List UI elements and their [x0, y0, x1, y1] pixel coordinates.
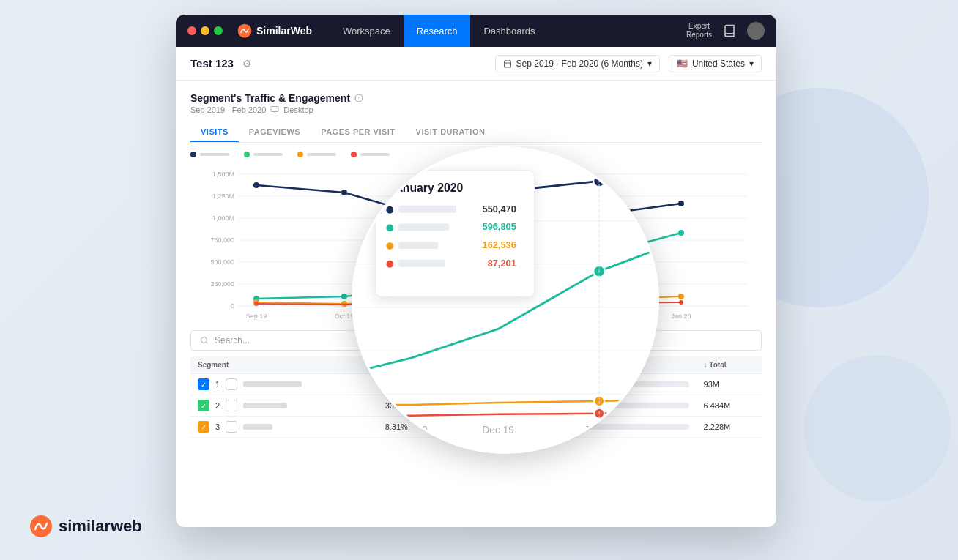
svg-point-31: [678, 201, 684, 206]
calendar-icon: [503, 59, 512, 68]
svg-text:550,470: 550,470: [483, 204, 516, 214]
svg-text:Sep 19: Sep 19: [246, 313, 267, 320]
svg-text:250,000: 250,000: [210, 280, 234, 288]
legend-bar-1: [200, 153, 229, 156]
checkbox-row3[interactable]: ✓: [198, 421, 209, 433]
nav-dashboards[interactable]: Dashboards: [470, 15, 548, 47]
legend-dot-1: [190, 152, 196, 157]
row3-label: [243, 424, 272, 430]
row1-segment: ✓ 1: [190, 374, 378, 395]
svg-rect-75: [398, 206, 456, 213]
close-button[interactable]: [187, 26, 196, 35]
nav-logo-icon: [237, 23, 252, 38]
svg-point-83: [386, 261, 393, 268]
tab-pages-per-visit[interactable]: PAGES PER VISIT: [311, 123, 405, 142]
section-title: Segment's Traffic & Engagement: [190, 92, 762, 104]
row2-label: [243, 403, 287, 408]
svg-point-74: [386, 206, 393, 214]
svg-text:1,000M: 1,000M: [212, 214, 234, 222]
row1-sub-checkbox[interactable]: [226, 378, 237, 390]
col-total: ↓ Total: [697, 356, 762, 374]
tab-visits[interactable]: VISITS: [190, 123, 239, 142]
flag-icon: 🇺🇸: [677, 59, 688, 69]
expert-reports-btn[interactable]: Expert Reports: [686, 22, 712, 40]
row2-sub-checkbox[interactable]: [226, 400, 237, 411]
svg-rect-81: [398, 242, 438, 249]
svg-point-33: [341, 294, 347, 299]
svg-text:0: 0: [231, 302, 234, 310]
svg-text:Dec 19: Dec 19: [482, 425, 514, 436]
svg-text:162,536: 162,536: [483, 239, 516, 250]
svg-rect-2: [504, 61, 510, 67]
row3-sub-checkbox[interactable]: [226, 421, 237, 433]
row2-segment: ✓ 2: [190, 395, 378, 417]
legend-bar-2: [253, 153, 283, 156]
nav-bar: SimilarWeb Workspace Research Dashboards…: [176, 15, 776, 47]
avatar-icon[interactable]: [747, 22, 765, 40]
svg-point-52: [201, 337, 207, 343]
nav-workspace[interactable]: Workspace: [330, 15, 404, 47]
nav-logo: SimilarWeb: [237, 23, 312, 38]
nav: SimilarWeb Workspace Research Dashboards…: [237, 15, 765, 47]
svg-rect-9: [271, 107, 278, 112]
legend-item-3: [297, 152, 336, 157]
zoom-chart-svg: Nov 19 Dec 19 Jan 20: [354, 149, 657, 452]
svg-point-26: [253, 182, 259, 188]
book-icon[interactable]: [721, 22, 738, 40]
svg-point-80: [386, 242, 393, 250]
row1-total: 93M: [697, 374, 762, 395]
zoom-circle: Nov 19 Dec 19 Jan 20: [352, 146, 659, 454]
chart-tabs: VISITS PAGEVIEWS PAGES PER VISIT VISIT D…: [190, 123, 762, 143]
nav-research[interactable]: Research: [404, 15, 471, 47]
svg-text:596,805: 596,805: [483, 221, 516, 232]
svg-text:Nov 19: Nov 19: [396, 425, 428, 436]
similarweb-logo-icon: [29, 515, 53, 538]
minimize-button[interactable]: [201, 26, 209, 35]
desktop-icon: [270, 105, 279, 114]
chevron-down-icon: ▾: [647, 59, 652, 69]
checkbox-row2[interactable]: ✓: [198, 400, 209, 411]
tab-pageviews[interactable]: PAGEVIEWS: [239, 123, 311, 142]
section-subtitle: Sep 2019 - Feb 2020 Desktop: [190, 105, 762, 114]
maximize-button[interactable]: [214, 26, 223, 35]
page-title: Test 123: [190, 57, 234, 70]
row1-label: [243, 381, 302, 387]
country-filter-btn[interactable]: 🇺🇸 United States ▾: [669, 55, 762, 72]
tab-visit-duration[interactable]: VISIT DURATION: [406, 123, 496, 142]
info-icon[interactable]: [354, 94, 363, 102]
col-segment: Segment: [190, 356, 378, 374]
svg-point-43: [678, 294, 684, 299]
svg-point-45: [679, 300, 683, 305]
toolbar-filters: Sep 2019 - Feb 2020 (6 Months) ▾ 🇺🇸 Unit…: [495, 55, 762, 72]
svg-text:1,500M: 1,500M: [212, 171, 234, 178]
toolbar: Test 123 ⚙ Sep 2019 - Feb 2020 (6 Months…: [176, 47, 776, 81]
svg-rect-84: [398, 260, 445, 267]
legend-item-1: [190, 152, 229, 157]
svg-text:Jan 20: Jan 20: [671, 313, 691, 320]
zoom-circle-inner: Nov 19 Dec 19 Jan 20: [354, 149, 657, 452]
search-icon: [200, 336, 209, 345]
chevron-down-icon: ▾: [749, 59, 754, 69]
nav-logo-text: SimilarWeb: [256, 25, 312, 37]
bg-decoration-circle-2: [804, 355, 951, 501]
settings-icon[interactable]: ⚙: [242, 58, 252, 70]
date-filter-btn[interactable]: Sep 2019 - Feb 2020 (6 Months) ▾: [495, 55, 660, 72]
svg-text:1,250M: 1,250M: [212, 193, 234, 200]
svg-rect-78: [398, 224, 449, 231]
row3-total: 2.228M: [697, 417, 762, 438]
svg-text:87,201: 87,201: [488, 258, 516, 269]
bottom-logo-text: similarweb: [59, 517, 142, 536]
legend-dot-2: [244, 152, 250, 157]
bottom-logo: similarweb: [29, 515, 142, 538]
row2-total: 6.484M: [697, 395, 762, 417]
traffic-lights: [187, 26, 223, 35]
svg-text:January 2020: January 2020: [390, 182, 463, 194]
svg-point-44: [254, 302, 259, 306]
svg-text:500,000: 500,000: [210, 258, 234, 266]
nav-right: Expert Reports: [686, 22, 765, 40]
svg-text:Oct 19: Oct 19: [335, 313, 354, 320]
svg-point-37: [678, 230, 684, 236]
legend-bar-3: [307, 153, 336, 156]
svg-text:750,000: 750,000: [210, 236, 234, 244]
checkbox-row1[interactable]: ✓: [198, 378, 209, 390]
